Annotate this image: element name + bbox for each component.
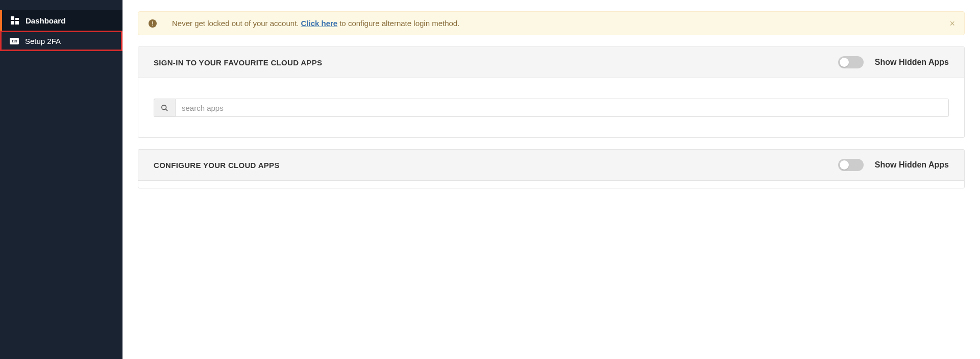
panel-title: SIGN-IN TO YOUR FAVOURITE CLOUD APPS [154, 58, 322, 67]
alert-icon: ! [149, 19, 157, 28]
sidebar-item-setup-2fa[interactable]: 123 Setup 2FA [0, 31, 122, 51]
search-wrap [154, 99, 949, 117]
toggle-label: Show Hidden Apps [875, 58, 949, 67]
alert-text-prefix: Never get locked out of your account. [172, 19, 299, 28]
panel-configure-apps: CONFIGURE YOUR CLOUD APPS Show Hidden Ap… [138, 149, 965, 188]
sidebar-item-label: Setup 2FA [25, 37, 61, 45]
alert-close-button[interactable]: × [949, 19, 955, 28]
toggle-label: Show Hidden Apps [875, 160, 949, 170]
panel-title: CONFIGURE YOUR CLOUD APPS [154, 161, 280, 170]
alert-text-suffix: to configure alternate login method. [339, 19, 459, 28]
panel-header-controls: Show Hidden Apps [838, 56, 949, 68]
sidebar-item-dashboard[interactable]: Dashboard [0, 10, 122, 31]
dashboard-icon [10, 16, 19, 25]
alert-banner: ! Never get locked out of your account. … [138, 11, 965, 35]
panel-header: SIGN-IN TO YOUR FAVOURITE CLOUD APPS Sho… [138, 47, 964, 78]
panel-body [138, 78, 964, 137]
panel-body [138, 181, 964, 188]
main-content: ! Never get locked out of your account. … [122, 0, 980, 359]
twofa-icon: 123 [10, 36, 19, 45]
search-apps-input[interactable] [175, 99, 949, 117]
search-icon [154, 99, 175, 117]
show-hidden-apps-toggle[interactable] [838, 159, 864, 171]
svg-point-0 [162, 105, 166, 109]
sidebar: Dashboard 123 Setup 2FA [0, 0, 122, 359]
panel-header-controls: Show Hidden Apps [838, 159, 949, 171]
sidebar-item-label: Dashboard [26, 16, 65, 25]
panel-signin-apps: SIGN-IN TO YOUR FAVOURITE CLOUD APPS Sho… [138, 46, 965, 138]
panel-header: CONFIGURE YOUR CLOUD APPS Show Hidden Ap… [138, 150, 964, 181]
svg-line-1 [166, 109, 167, 110]
sidebar-spacer [0, 0, 122, 10]
alert-link[interactable]: Click here [301, 19, 337, 28]
show-hidden-apps-toggle[interactable] [838, 56, 864, 68]
